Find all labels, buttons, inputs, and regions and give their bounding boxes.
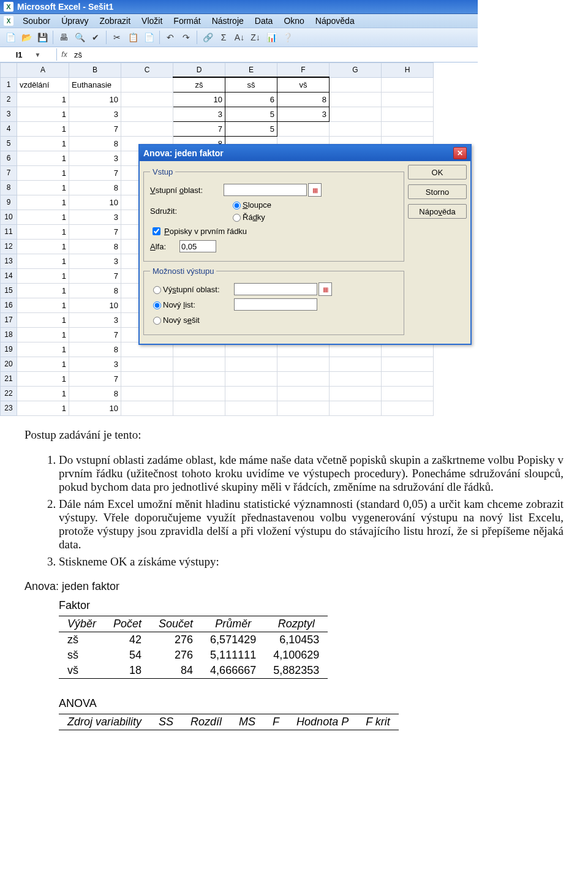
cell[interactable] [121,386,173,401]
cell[interactable]: vš [277,77,330,92]
menu-soubor[interactable]: Soubor [17,16,56,26]
col-header[interactable]: H [382,63,434,78]
menu-vlozit[interactable]: Vložit [136,16,168,26]
cell[interactable]: 8 [69,136,121,151]
cell[interactable]: 10 [69,195,121,210]
formula-input[interactable]: zš [72,50,478,59]
cut-icon[interactable]: ✂ [110,30,124,45]
cell[interactable] [382,371,434,386]
preview-icon[interactable]: 🔍 [72,30,87,45]
cell[interactable] [330,401,382,415]
cell[interactable] [121,401,173,415]
autosum-icon[interactable]: Σ [216,30,231,45]
new-icon[interactable]: 📄 [3,30,18,45]
cell[interactable]: 7 [69,224,121,239]
cell[interactable] [225,371,277,386]
cell[interactable]: 8 [69,386,121,401]
cell[interactable] [121,92,173,107]
print-icon[interactable]: 🖶 [56,30,71,45]
cell[interactable] [225,357,277,371]
row-header[interactable]: 1 [1,77,17,92]
cell[interactable]: 6 [225,92,277,107]
col-header[interactable]: E [225,63,277,78]
cell[interactable] [277,386,330,401]
col-header[interactable]: G [330,63,382,78]
cell[interactable] [330,107,382,121]
cell[interactable]: 1 [17,327,69,342]
row-header[interactable]: 22 [1,386,17,401]
input-vstupni-oblast[interactable] [224,184,307,196]
cell[interactable]: 3 [69,210,121,224]
cell[interactable]: 1 [17,151,69,165]
row-header[interactable]: 19 [1,342,17,357]
cell[interactable] [382,401,434,415]
cell[interactable]: 5 [225,107,277,121]
input-novy-list[interactable] [234,298,317,311]
cell[interactable]: 7 [173,121,225,136]
cell[interactable] [330,77,382,92]
cell[interactable] [121,371,173,386]
row-header[interactable]: 5 [1,136,17,151]
cell[interactable]: 1 [17,107,69,121]
row-header[interactable]: 8 [1,180,17,195]
cell[interactable]: 10 [69,92,121,107]
cell[interactable]: 1 [17,312,69,327]
chart-icon[interactable]: 📊 [264,30,279,45]
cell[interactable] [121,357,173,371]
cell[interactable]: 8 [69,180,121,195]
cell[interactable] [382,357,434,371]
cell[interactable]: 3 [173,107,225,121]
cell[interactable]: 3 [69,151,121,165]
cell[interactable]: 1 [17,121,69,136]
cell[interactable] [330,121,382,136]
radio-novy-sesit[interactable] [153,317,161,325]
col-header[interactable]: D [173,63,225,78]
row-header[interactable]: 18 [1,327,17,342]
close-icon[interactable]: ✕ [453,147,467,159]
cell[interactable]: 1 [17,386,69,401]
menu-upravy[interactable]: Úpravy [56,16,94,26]
cell[interactable] [225,386,277,401]
name-box[interactable]: I1 ▼ [0,48,57,61]
menu-format[interactable]: Formát [168,16,206,26]
checkbox-popisky[interactable] [153,227,160,235]
copy-icon[interactable]: 📋 [126,30,140,45]
cell[interactable]: 10 [69,298,121,312]
cell[interactable] [121,107,173,121]
cell[interactable] [173,371,225,386]
cell[interactable]: 1 [17,268,69,283]
input-vystupni-oblast[interactable] [234,283,317,295]
hyperlink-icon[interactable]: 🔗 [200,30,215,45]
cell[interactable]: 1 [17,180,69,195]
radio-novy-list[interactable] [153,301,161,309]
cell[interactable]: 3 [69,254,121,268]
cell[interactable]: 1 [17,357,69,371]
spellcheck-icon[interactable]: ✔ [88,30,103,45]
cell[interactable]: 1 [17,224,69,239]
cell[interactable]: 8 [69,283,121,298]
cell[interactable]: 1 [17,401,69,415]
cell[interactable] [330,357,382,371]
cell[interactable] [121,121,173,136]
cell[interactable] [277,357,330,371]
fx-icon[interactable]: fx [57,50,72,59]
input-alfa[interactable] [179,240,216,252]
range-selector-icon[interactable]: ▦ [308,183,322,197]
cell[interactable]: 8 [277,92,330,107]
cell[interactable] [173,386,225,401]
col-header[interactable]: C [121,63,173,78]
spreadsheet-grid[interactable]: A B C D E F G H 1vzděláníEuthanasiezšsšv… [0,62,478,416]
undo-icon[interactable]: ↶ [163,30,178,45]
row-header[interactable]: 11 [1,224,17,239]
napoveda-button[interactable]: Nápověda [408,204,467,219]
cell[interactable] [382,92,434,107]
row-header[interactable]: 7 [1,165,17,180]
row-header[interactable]: 15 [1,283,17,298]
storno-button[interactable]: Storno [408,184,467,199]
row-header[interactable]: 3 [1,107,17,121]
radio-vystupni-oblast[interactable] [153,286,161,294]
cell[interactable]: 1 [17,92,69,107]
dialog-titlebar[interactable]: Anova: jeden faktor ✕ [140,145,470,161]
cell[interactable] [121,77,173,92]
cell[interactable]: 1 [17,165,69,180]
